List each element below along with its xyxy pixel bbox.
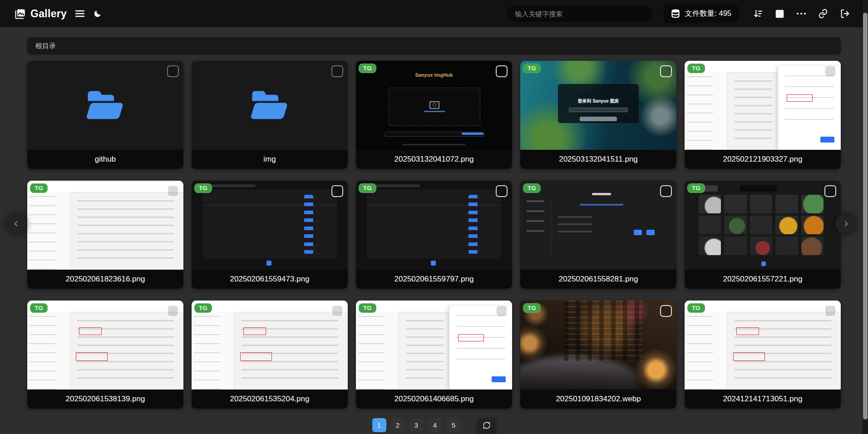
tg-badge: TG <box>687 303 705 313</box>
thumbnail[interactable] <box>356 181 512 270</box>
select-checkbox[interactable] <box>824 305 836 317</box>
thumbnail[interactable] <box>27 61 183 150</box>
scrollbar-track[interactable] <box>863 0 868 434</box>
thumbnail[interactable] <box>685 301 841 390</box>
card-label: 202502061535204.png <box>192 390 348 409</box>
card-label: 202502061559797.png <box>356 270 512 289</box>
tg-badge: TG <box>523 183 541 193</box>
tg-badge: TG <box>194 303 212 313</box>
card-label: 202502061557221.png <box>685 270 841 289</box>
thumbnail[interactable] <box>192 61 348 150</box>
card-label: 202502061823616.png <box>27 270 183 289</box>
select-checkbox[interactable] <box>331 185 343 197</box>
card-label: 202503132041511.png <box>520 150 676 169</box>
thumbnail[interactable] <box>27 181 183 270</box>
refresh-button[interactable] <box>477 418 496 433</box>
card-label: 202502061406685.png <box>356 390 512 409</box>
scrollbar-thumb[interactable] <box>863 13 868 419</box>
select-checkbox[interactable] <box>496 65 508 77</box>
card-label: 202502061559473.png <box>192 270 348 289</box>
gallery-card[interactable]: TG 202502061406685.png <box>356 301 512 409</box>
gallery-card[interactable]: TG Sanyue ImgHub 202503132041072.png <box>356 61 512 169</box>
gallery-card[interactable]: TG 202501091834202.webp <box>520 301 676 409</box>
thumbnail[interactable] <box>520 181 676 270</box>
file-count-label: 文件数量: 495 <box>685 9 731 19</box>
thumbnail[interactable] <box>520 301 676 390</box>
gallery-card[interactable]: TG 202502061559797.png <box>356 181 512 289</box>
logout-icon[interactable] <box>840 9 850 19</box>
select-checkbox[interactable] <box>660 185 672 197</box>
folder-icon <box>250 89 290 122</box>
gallery-card[interactable]: github <box>27 61 183 169</box>
gallery-card[interactable]: TG 202502061823616.png <box>27 181 183 289</box>
thumbnail[interactable] <box>685 181 841 270</box>
gallery-card[interactable]: TG 202412141713051.png <box>685 301 841 409</box>
select-checkbox[interactable] <box>496 185 508 197</box>
gallery-card[interactable]: TG 202502121903327.png <box>685 61 841 169</box>
link-icon[interactable] <box>818 9 828 19</box>
card-label: 202502121903327.png <box>685 150 841 169</box>
dark-mode-toggle-moon-icon[interactable] <box>93 9 102 18</box>
page-button-2[interactable]: 2 <box>391 418 405 432</box>
page-button-3[interactable]: 3 <box>409 418 424 432</box>
thumbnail[interactable]: Sanyue ImgHub <box>356 61 512 150</box>
card-label: img <box>192 150 348 169</box>
gallery-logo-icon <box>14 8 26 20</box>
next-page-chevron-icon[interactable] <box>835 213 856 234</box>
select-checkbox[interactable] <box>660 305 672 317</box>
gallery-card[interactable]: TG 202502061557221.png <box>685 181 841 289</box>
select-checkbox[interactable] <box>331 305 343 317</box>
pagination: 12345 <box>0 418 868 433</box>
select-checkbox[interactable] <box>331 65 343 77</box>
breadcrumb-root[interactable]: 根目录 <box>35 42 56 50</box>
select-checkbox[interactable] <box>496 305 508 317</box>
top-bar: Gallery 文件数量: 495 <box>0 0 868 27</box>
page-button-4[interactable]: 4 <box>428 418 442 432</box>
database-icon <box>671 9 680 19</box>
prev-page-chevron-icon[interactable] <box>6 213 27 234</box>
tg-badge: TG <box>687 183 705 193</box>
tg-badge: TG <box>359 303 376 313</box>
thumbnail[interactable]: 登录到 Sanyue 图床 <box>520 61 676 150</box>
folder-icon <box>85 89 125 122</box>
page-button-5[interactable]: 5 <box>447 418 461 432</box>
refresh-icon <box>483 421 491 429</box>
gallery-card[interactable]: img <box>192 61 348 169</box>
thumbnail[interactable] <box>356 301 512 390</box>
gallery-card[interactable]: TG 202502061558281.png <box>520 181 676 289</box>
select-checkbox[interactable] <box>167 185 179 197</box>
card-label: 202502061558281.png <box>520 270 676 289</box>
breadcrumb[interactable]: 根目录 <box>27 37 841 54</box>
select-checkbox[interactable] <box>167 305 179 317</box>
thumbnail[interactable] <box>192 301 348 390</box>
more-options-ellipsis-icon[interactable] <box>796 12 806 15</box>
tg-badge: TG <box>30 183 48 193</box>
select-checkbox[interactable] <box>167 65 179 77</box>
gallery-card[interactable]: TG 登录到 Sanyue 图床 202503132041511.png <box>520 61 676 169</box>
card-label: 202502061538139.png <box>27 390 183 409</box>
card-grid: github img TG Sanyue ImgHub 202503132041… <box>27 61 841 409</box>
page-button-1[interactable]: 1 <box>372 418 386 432</box>
select-checkbox[interactable] <box>824 65 836 77</box>
tg-badge: TG <box>687 64 705 73</box>
gallery-card[interactable]: TG 202502061535204.png <box>192 301 348 409</box>
hamburger-menu-icon[interactable] <box>75 10 85 18</box>
select-checkbox[interactable] <box>660 65 672 77</box>
gallery-card[interactable]: TG 202502061538139.png <box>27 301 183 409</box>
tg-badge: TG <box>523 64 541 73</box>
card-label: github <box>27 150 183 169</box>
tg-badge: TG <box>30 303 48 313</box>
tg-badge: TG <box>359 64 376 73</box>
sort-icon[interactable] <box>753 9 763 19</box>
select-checkbox[interactable] <box>824 185 836 197</box>
select-mode-square-icon[interactable] <box>775 9 784 19</box>
tg-badge: TG <box>194 183 212 193</box>
thumbnail[interactable] <box>27 301 183 390</box>
thumbnail[interactable] <box>192 181 348 270</box>
gallery-card[interactable]: TG 202502061559473.png <box>192 181 348 289</box>
thumbnail[interactable] <box>685 61 841 150</box>
app-title: Gallery <box>30 8 67 20</box>
search-input[interactable] <box>507 5 652 22</box>
tg-badge: TG <box>523 303 541 313</box>
card-label: 202503132041072.png <box>356 150 512 169</box>
